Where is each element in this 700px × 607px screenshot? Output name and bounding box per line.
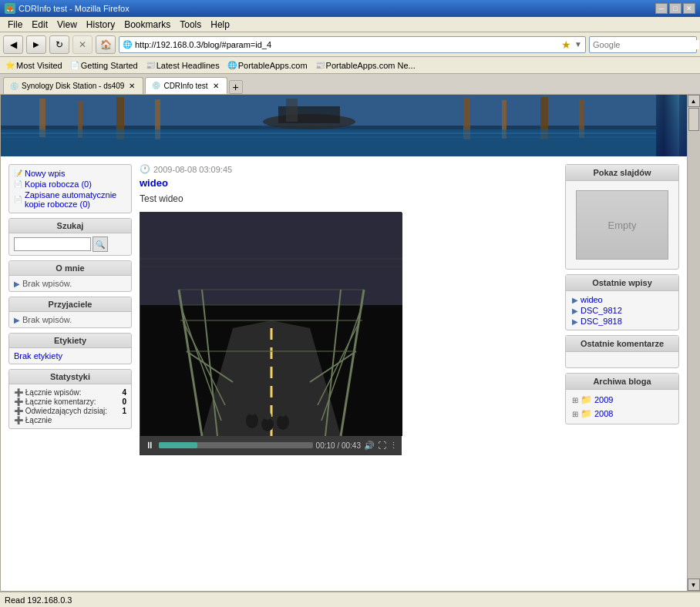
blog-header xyxy=(1,95,687,156)
comments-widget: Ostatnie komentarze xyxy=(565,335,679,368)
search-input[interactable] xyxy=(593,40,699,49)
scroll-track[interactable] xyxy=(688,107,700,578)
new-tab-button[interactable]: + xyxy=(229,80,243,94)
recent-post-1[interactable]: ▶ DSC_9812 xyxy=(572,305,672,316)
friends-empty: ▶ Brak wpisów. xyxy=(14,315,126,324)
tab-close-synology[interactable]: ✕ xyxy=(127,82,136,91)
scroll-thumb[interactable] xyxy=(688,108,699,131)
stats-row-total: ➕ Łącznie xyxy=(14,416,126,424)
address-dropdown[interactable]: ▼ xyxy=(574,40,582,49)
bookmark-most-visited[interactable]: ⭐ Most Visited xyxy=(3,60,65,71)
rss-icon2: 📰 xyxy=(315,61,325,69)
bookmark-label: PortableApps.com Ne... xyxy=(326,61,416,70)
recent-post-0[interactable]: ▶ wideo xyxy=(572,294,672,305)
draft-link[interactable]: 📄 Kopia robocza (0) xyxy=(14,179,126,189)
maximize-button[interactable]: □ xyxy=(669,3,681,14)
archive-year-1: ⊞ 📁 2008 xyxy=(572,407,672,421)
tab-synology[interactable]: 💿 Synology Disk Station - ds409 ✕ xyxy=(3,77,143,94)
bookmark-headlines[interactable]: 📰 Latest Headlines xyxy=(143,60,222,71)
slideshow-title: Pokaz slajdów xyxy=(566,165,678,181)
video-player: ⏸ 00:10 / 00:43 🔊 ⛶ ⋮ xyxy=(140,212,402,455)
bookmark-portableapps-ne[interactable]: 📰 PortableApps.com Ne... xyxy=(313,60,418,71)
progress-bar[interactable] xyxy=(159,442,313,448)
draft-icon: 📄 xyxy=(14,180,22,188)
window-controls[interactable]: ─ □ ✕ xyxy=(655,3,695,14)
page-icon: 📄 xyxy=(70,61,79,69)
archives-widget: Archiwa bloga ⊞ 📁 2009 ⊞ 📁 2008 xyxy=(565,373,679,424)
right-sidebar: Pokaz slajdów Empty Ostatnie wpisy ▶ wid… xyxy=(565,164,679,583)
bookmark-getting-started[interactable]: 📄 Getting Started xyxy=(68,60,140,71)
fullscreen-icon[interactable]: ⛶ xyxy=(378,441,386,450)
back-button[interactable]: ◀ xyxy=(3,35,23,54)
new-post-link[interactable]: 📝 Nowy wpis xyxy=(14,168,126,179)
folder-icon-1: 📁 xyxy=(581,408,592,419)
slideshow-body: Empty xyxy=(566,181,678,269)
tags-widget: Etykiety Brak etykiety xyxy=(8,333,132,364)
menu-tools[interactable]: Tools xyxy=(175,18,206,32)
post-meta: 🕐 2009-08-08 03:09:45 xyxy=(140,164,557,174)
menu-bar: File Edit View History Bookmarks Tools H… xyxy=(0,17,700,32)
bookmark-label: Most Visited xyxy=(16,61,62,70)
star-icon: ⭐ xyxy=(5,61,15,69)
bookmark-label: PortableApps.com xyxy=(238,61,308,70)
edit-icon: 📝 xyxy=(14,169,22,177)
archive-year-label-0[interactable]: 2009 xyxy=(594,395,613,404)
scroll-up-button[interactable]: ▲ xyxy=(688,95,700,107)
menu-file[interactable]: File xyxy=(3,18,27,32)
home-button[interactable]: 🏠 xyxy=(96,35,116,54)
clock-icon: 🕐 xyxy=(140,164,150,174)
slideshow-empty-text: Empty xyxy=(608,220,637,231)
address-text: http://192.168.0.3/blog/#param=id_4 xyxy=(135,40,558,49)
cdrinfo-tab-icon: 💿 xyxy=(152,82,160,89)
expand-icon-1[interactable]: ⊞ xyxy=(572,410,578,418)
stats-icon-total: ➕ xyxy=(14,416,23,424)
about-title: O mnie xyxy=(9,261,131,276)
menu-edit[interactable]: Edit xyxy=(27,18,52,32)
menu-view[interactable]: View xyxy=(52,18,82,32)
autosave-link[interactable]: 📄 Zapisane automatycznie kopie robocze (… xyxy=(14,189,126,210)
post-body: Test wideo xyxy=(140,193,557,204)
volume-icon[interactable]: 🔊 xyxy=(364,441,375,451)
arrow-icon: ▶ xyxy=(14,280,20,288)
svg-rect-15 xyxy=(286,99,298,122)
video-controls: ⏸ 00:10 / 00:43 🔊 ⛶ ⋮ xyxy=(140,436,401,454)
rss-icon: 📰 xyxy=(146,61,155,69)
stats-title: Statystyki xyxy=(9,370,131,384)
reload-button[interactable]: ↻ xyxy=(49,35,69,54)
recent-post-2[interactable]: ▶ DSC_9818 xyxy=(572,316,672,327)
blog-search-input[interactable] xyxy=(14,237,91,251)
bookmark-portableapps[interactable]: 🌐 PortableApps.com xyxy=(225,60,310,71)
stop-button[interactable]: ✕ xyxy=(72,35,93,54)
about-empty: ▶ Brak wpisów. xyxy=(14,279,126,288)
menu-history[interactable]: History xyxy=(82,18,119,32)
recent-arrow-1: ▶ xyxy=(572,307,578,315)
bookmark-star[interactable]: ★ xyxy=(561,39,571,51)
menu-bookmarks[interactable]: Bookmarks xyxy=(119,18,175,32)
settings-video-icon[interactable]: ⋮ xyxy=(389,441,398,451)
scroll-down-button[interactable]: ▼ xyxy=(688,578,700,591)
blog-search-button[interactable]: 🔍 xyxy=(93,236,108,252)
svg-point-37 xyxy=(264,412,271,420)
globe-icon: 🌐 xyxy=(227,61,237,69)
header-image xyxy=(1,95,687,156)
svg-point-39 xyxy=(279,409,287,417)
pause-button[interactable]: ⏸ xyxy=(143,440,156,451)
address-bar[interactable]: 🌐 http://192.168.0.3/blog/#param=id_4 ★ … xyxy=(119,36,586,53)
menu-help[interactable]: Help xyxy=(206,18,234,32)
about-widget: O mnie ▶ Brak wpisów. xyxy=(8,260,132,292)
scrollbar[interactable]: ▲ ▼ xyxy=(687,95,699,591)
forward-button[interactable]: ▶ xyxy=(26,35,46,54)
stats-icon-comments: ➕ xyxy=(14,397,23,406)
tab-close-cdrinfo[interactable]: ✕ xyxy=(211,81,220,90)
post-title[interactable]: wideo xyxy=(140,177,557,189)
blog-main: 📝 Nowy wpis 📄 Kopia robocza (0) 📄 Zapisa… xyxy=(1,156,687,591)
search-box[interactable]: 🔍 xyxy=(589,36,697,53)
expand-icon-0[interactable]: ⊞ xyxy=(572,396,578,404)
friends-title: Przyjaciele xyxy=(9,297,131,312)
archive-year-label-1[interactable]: 2008 xyxy=(594,409,613,418)
status-bar: Read 192.168.0.3 xyxy=(0,592,700,607)
minimize-button[interactable]: ─ xyxy=(655,3,668,14)
close-button[interactable]: ✕ xyxy=(683,3,695,14)
blog-post: 🕐 2009-08-08 03:09:45 wideo Test wideo xyxy=(140,164,557,583)
tab-cdrinfo[interactable]: 💿 CDRInfo test ✕ xyxy=(145,77,227,94)
